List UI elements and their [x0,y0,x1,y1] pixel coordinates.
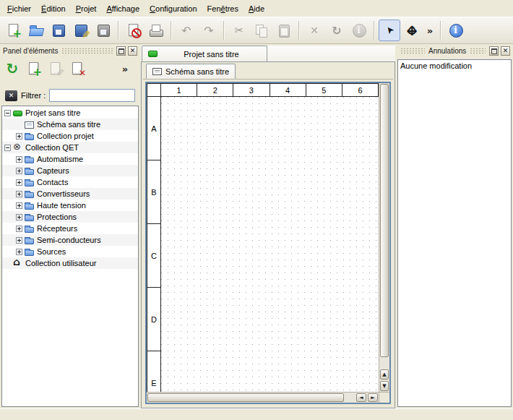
undo-list-item[interactable]: Aucune modification [399,61,510,71]
tree-item-automatisme[interactable]: Automatisme [2,153,138,165]
save-all-button[interactable] [92,20,114,41]
vertical-scrollbar[interactable] [379,83,389,403]
tree-indent [4,200,16,211]
tree-item-contacts[interactable]: Contacts [2,176,138,188]
new-document-button[interactable] [3,20,25,41]
tree-expander[interactable] [16,249,22,255]
tree-indent [4,176,16,188]
close-file-icon [126,22,142,38]
cut-button[interactable] [228,20,250,41]
vscroll-track[interactable] [379,357,389,369]
tree-expander[interactable] [4,145,11,151]
dock-grip[interactable] [470,48,486,54]
tree-expander[interactable] [16,179,22,186]
tree-item-label: Récepteurs [37,224,77,233]
horizontal-scrollbar[interactable] [147,392,379,403]
tree-item-sources[interactable]: Sources [2,246,138,257]
paste-button[interactable] [273,20,295,41]
save-as-button[interactable] [70,20,92,41]
schematic-view[interactable]: 123456 ABCDE [145,82,391,404]
dock-grip[interactable] [61,48,113,54]
tree-item-label: Contacts [37,178,68,187]
filter-row: Filtrer : [1,87,139,103]
menu-projet[interactable]: Projet [71,2,102,15]
row-header: B [147,160,161,224]
tree-item-capteurs[interactable]: Capteurs [2,165,138,176]
clear-filter-icon[interactable] [5,90,17,101]
redo-button[interactable] [198,20,220,41]
folder-icon [25,169,34,175]
tree-item-schema-sans-titre[interactable]: Schéma sans titre [2,119,138,130]
close-panel-button[interactable] [128,46,137,56]
close-panel-button[interactable] [501,46,510,56]
tree-item-label: Collection QET [25,143,79,152]
tree-item-collection-projet[interactable]: Collection projet [2,130,138,142]
element-info-icon [351,22,367,38]
tree-item-protections[interactable]: Protections [2,211,138,223]
toolbar-separator [171,21,172,40]
tree-item-recepteurs[interactable]: Récepteurs [2,223,138,234]
scroll-left-button[interactable] [356,393,366,402]
tree-item-collection-utilisateur[interactable]: Collection utilisateur [2,257,138,269]
tree-expander[interactable] [16,133,22,140]
tree-item-collection-qet[interactable]: Collection QET [2,142,138,153]
edit-element-button[interactable] [46,59,65,78]
delete-icon [306,22,322,38]
tree-expander[interactable] [16,168,22,174]
save-button[interactable] [48,20,69,41]
undo-panel-title: Annulations [428,47,466,55]
menu-fenetres[interactable]: Fenêtres [202,2,243,15]
scroll-up-button[interactable] [380,369,389,380]
undo-button[interactable] [176,20,197,41]
scroll-down-button[interactable] [380,381,389,391]
menu-affichage[interactable]: Affichage [101,2,145,15]
copy-button[interactable] [251,20,272,41]
hscroll-track[interactable] [344,393,355,403]
tree-item-haute-tension[interactable]: Haute tension [2,200,138,211]
menu-fichier[interactable]: Fichier [2,2,36,15]
select-tool-icon [381,22,397,38]
vscroll-thumb[interactable] [380,84,389,357]
new-element-button[interactable] [25,59,43,78]
tree-item-convertisseurs[interactable]: Convertisseurs [2,188,138,200]
tree-expander[interactable] [16,237,22,244]
menu-configuration[interactable]: Configuration [145,2,202,15]
undo-panel-titlebar[interactable]: Annulations [397,46,512,56]
home-icon [13,259,22,267]
tree-expander[interactable] [4,110,11,116]
tab-schema-sans-titre[interactable]: Schéma sans titre [146,64,236,79]
menu-aide[interactable]: Aide [243,2,270,15]
tree-expander[interactable] [16,226,22,232]
filter-input[interactable] [49,89,135,102]
delete-button[interactable] [303,20,325,41]
tree-expander[interactable] [16,214,22,220]
tree-expander[interactable] [16,191,22,197]
hscroll-thumb[interactable] [147,393,344,402]
panel-extension-button[interactable] [116,59,134,78]
open-document-button[interactable] [25,20,47,41]
menu-edition[interactable]: Édition [36,2,71,15]
tree-item-projet-sans-titre[interactable]: Projet sans titre [2,107,138,119]
float-panel-button[interactable] [116,46,126,56]
close-file-button[interactable] [123,20,145,41]
about-button[interactable] [445,20,467,41]
print-button[interactable] [145,20,167,41]
dock-grip[interactable] [400,48,425,54]
schematic-canvas[interactable] [161,97,379,392]
float-panel-button[interactable] [489,46,499,56]
delete-element-button[interactable] [68,59,87,78]
reload-collections-button[interactable] [3,59,22,78]
tree-item-semi-conducteurs[interactable]: Semi-conducteurs [2,234,138,246]
elements-tree: Projet sans titreSchéma sans titreCollec… [1,106,139,407]
tab-projet-sans-titre[interactable]: Projet sans titre [142,46,267,61]
select-tool-button[interactable] [379,20,400,41]
tree-expander[interactable] [16,202,22,209]
scroll-right-button[interactable] [368,393,378,402]
about-icon [448,22,464,38]
move-tool-button[interactable] [401,20,423,41]
tree-expander[interactable] [16,156,22,163]
toolbar-extension-button[interactable] [423,20,436,41]
elements-panel-titlebar[interactable]: Panel d'éléments [1,46,139,56]
element-info-button[interactable] [348,20,370,41]
rotate-button[interactable] [326,20,348,41]
